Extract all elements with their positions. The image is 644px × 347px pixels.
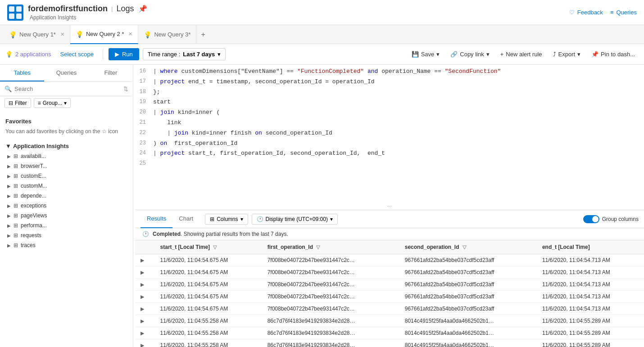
row-expand-icon[interactable]: ▶ [141, 318, 144, 324]
row-expand-cell[interactable]: ▶ [135, 327, 155, 339]
row-expand-cell[interactable]: ▶ [135, 339, 155, 347]
row-expand-cell[interactable]: ▶ [135, 291, 155, 303]
pin-button[interactable]: 📌 Pin to dash... [588, 49, 639, 60]
table-item[interactable]: ▶⊞customE... [0, 171, 133, 181]
table-grid-icon: ⊞ [14, 242, 18, 248]
table-item[interactable]: ▶⊞depende... [0, 191, 133, 201]
table-item[interactable]: ▶⊞browserT... [0, 161, 133, 171]
expand-icon: ▶ [7, 154, 11, 159]
sidebar-search-box[interactable]: 🔍 ⇅ [0, 82, 133, 96]
toolbar: 💡 2 applications Select scope ▶ Run Time… [0, 44, 644, 65]
add-tab-button[interactable]: + [196, 31, 209, 39]
code-editor[interactable]: 16| where customDimensions["EventName"] … [135, 65, 644, 200]
export-button[interactable]: ⤴ Export ▾ [549, 49, 585, 60]
search-input[interactable] [14, 86, 121, 92]
tab-new-query-3[interactable]: 💡 New Query 3* [138, 25, 196, 44]
display-time-label: Display time (UTC+09:00) [266, 216, 328, 222]
cell-second-op: 967661afd22ba54bbe037cdf5cd23aff [399, 303, 537, 315]
row-expand-icon[interactable]: ▶ [141, 342, 144, 347]
tab-new-query-1[interactable]: 💡 New Query 1* ✕ [4, 25, 70, 44]
row-expand-icon[interactable]: ▶ [141, 306, 144, 311]
table-row[interactable]: ▶ 11/6/2020, 11:04:54.675 AM 7f008be0407… [135, 266, 644, 279]
app-insights-section[interactable]: ▼ Application Insights [0, 139, 133, 151]
columns-button[interactable]: ⊞ Columns ▾ [205, 214, 248, 225]
toggle-knob [592, 216, 599, 222]
th-second-op[interactable]: second_operation_Id ▽ [399, 240, 537, 254]
code-line: 24| project start_t, first_operation_Id,… [135, 149, 644, 159]
tab1-icon: 💡 [9, 31, 17, 38]
pin-icon[interactable]: 📌 [138, 5, 147, 13]
group-columns-label: Group columns [602, 216, 639, 222]
favorites-section: Favorites You can add favorites by click… [0, 114, 133, 139]
table-item[interactable]: ▶⊞traces [0, 240, 133, 250]
row-expand-cell[interactable]: ▶ [135, 254, 155, 266]
cell-first-op: 7f008be040722b47bee931447c2c60... [262, 303, 399, 315]
results-tab-chart[interactable]: Chart [172, 210, 200, 228]
filter-icon-first[interactable]: ▽ [316, 244, 320, 250]
row-expand-icon[interactable]: ▶ [141, 330, 144, 336]
sort-icon[interactable]: ⇅ [123, 86, 128, 92]
run-button[interactable]: ▶ Run [109, 48, 139, 60]
row-expand-cell[interactable]: ▶ [135, 303, 155, 315]
results-tab-results[interactable]: Results [141, 210, 172, 228]
table-name: depende... [21, 193, 46, 199]
line-content: | where customDimensions["EventName"] ==… [153, 67, 644, 77]
table-row[interactable]: ▶ 11/6/2020, 11:04:55.258 AM 86c7d76f418… [135, 315, 644, 327]
sidebar-tab-queries[interactable]: Queries [44, 65, 88, 81]
filter-icon-second[interactable]: ▽ [463, 244, 466, 250]
line-content: | join kind=inner finish on second_opera… [153, 129, 644, 138]
group-columns-toggle[interactable]: Group columns [583, 215, 639, 223]
table-grid-icon: ⊞ [14, 222, 18, 229]
table-row[interactable]: ▶ 11/6/2020, 11:04:55.258 AM 86c7d76f418… [135, 339, 644, 347]
tab1-close[interactable]: ✕ [60, 32, 64, 37]
filter-icon-start[interactable]: ▽ [213, 244, 217, 250]
row-expand-cell[interactable]: ▶ [135, 279, 155, 291]
filter-button[interactable]: ⊟ Filter [5, 98, 31, 108]
cell-end-t: 11/6/2020, 11:04:55.289 AM [537, 327, 644, 339]
line-content: link [153, 118, 644, 128]
feedback-button[interactable]: ♡ Feedback [569, 9, 603, 16]
table-name: customE... [21, 173, 46, 179]
queries-label: Queries [616, 9, 637, 16]
table-item[interactable]: ▶⊞requests [0, 230, 133, 240]
group-button[interactable]: ≡ Group... ▾ [34, 98, 71, 108]
sidebar-tab-filter[interactable]: Filter [89, 65, 133, 81]
sidebar-tab-tables[interactable]: Tables [0, 65, 44, 81]
cell-start-t: 11/6/2020, 11:04:54.675 AM [155, 291, 262, 303]
table-row[interactable]: ▶ 11/6/2020, 11:04:55.258 AM 86c7d76f418… [135, 327, 644, 339]
table-item[interactable]: ▶⊞performa... [0, 221, 133, 230]
select-scope-button[interactable]: Select scope [57, 49, 97, 60]
tab-new-query-2[interactable]: 💡 New Query 2 * ✕ [70, 25, 139, 44]
table-item[interactable]: ▶⊞availabili... [0, 151, 133, 161]
table-row[interactable]: ▶ 11/6/2020, 11:04:54.675 AM 7f008be0407… [135, 254, 644, 266]
queries-button[interactable]: ≡ Queries [610, 9, 637, 16]
th-start-t[interactable]: start_t [Local Time] ▽ [155, 240, 262, 254]
table-row[interactable]: ▶ 11/6/2020, 11:04:54.675 AM 7f008be0407… [135, 303, 644, 315]
table-grid-icon: ⊞ [14, 232, 18, 239]
table-item[interactable]: ▶⊞pageViews [0, 211, 133, 221]
timerange-button[interactable]: Time range : Last 7 days ▾ [143, 48, 226, 60]
newalert-label: New alert rule [506, 51, 542, 58]
row-expand-icon[interactable]: ▶ [141, 257, 144, 263]
table-item[interactable]: ▶⊞exceptions [0, 201, 133, 211]
cell-first-op: 86c7d76f4183e9419293834e2d2898... [262, 327, 399, 339]
tab3-label: New Query 3* [154, 31, 190, 38]
display-time-button[interactable]: 🕐 Display time (UTC+09:00) ▾ [252, 214, 338, 225]
copylink-button[interactable]: 🔗 Copy link ▾ [447, 49, 493, 60]
row-expand-icon[interactable]: ▶ [141, 282, 144, 287]
save-button[interactable]: 💾 Save ▾ [408, 49, 444, 60]
row-expand-cell[interactable]: ▶ [135, 315, 155, 327]
table-row[interactable]: ▶ 11/6/2020, 11:04:54.675 AM 7f008be0407… [135, 291, 644, 303]
newalert-button[interactable]: + New alert rule [497, 49, 546, 60]
row-expand-cell[interactable]: ▶ [135, 266, 155, 279]
th-end-t[interactable]: end_t [Local Time] [537, 240, 644, 254]
th-first-op[interactable]: first_operation_Id ▽ [262, 240, 399, 254]
expand-icon: ▶ [7, 184, 11, 189]
table-row[interactable]: ▶ 11/6/2020, 11:04:54.675 AM 7f008be0407… [135, 279, 644, 291]
table-item[interactable]: ▶⊞customM... [0, 181, 133, 191]
row-expand-icon[interactable]: ▶ [141, 270, 144, 275]
row-expand-icon[interactable]: ▶ [141, 294, 144, 299]
toggle-track[interactable] [583, 215, 599, 223]
results-table-wrap[interactable]: start_t [Local Time] ▽ first_operation_I… [135, 240, 644, 347]
tab2-close[interactable]: ✕ [128, 31, 132, 37]
